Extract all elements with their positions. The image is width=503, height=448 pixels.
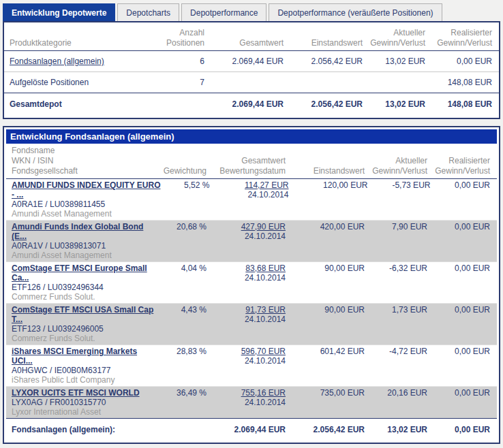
fund-current-pl: -6,32 EUR xyxy=(365,263,427,273)
summary-total: 2.069,44 EUR xyxy=(204,57,284,67)
fund-weight: 28,83 % xyxy=(157,347,207,356)
gesamtdepot-realized-pl: 148,08 EUR xyxy=(425,99,499,110)
fund-current-pl: 1,73 EUR xyxy=(365,305,427,315)
fund-name-link[interactable]: AMUNDI FUNDS INDEX EQUITY EURO xyxy=(12,180,160,190)
fund-company: Amundi Asset Management xyxy=(12,209,160,219)
funds-panel: Entwicklung Fondsanlagen (allgemein) Fon… xyxy=(3,126,500,444)
fund-weight: 4,43 % xyxy=(157,305,207,315)
fund-cost: 90,00 EUR xyxy=(286,263,365,273)
tab-bar: Entwicklung Depotwerte Depotcharts Depot… xyxy=(0,3,503,21)
summary-current-pl: 13,02 EUR xyxy=(363,57,425,67)
fund-value-link[interactable]: 91,73 EUR xyxy=(245,305,286,315)
fund-realized-pl: 0,00 EUR xyxy=(427,388,497,398)
tab-depotperformance-veraeusserte-positionen[interactable]: Depotperformance (veräußerte Positionen) xyxy=(269,3,442,21)
summary-positions: 7 xyxy=(155,78,204,88)
summary-row-aufgeloeste: Aufgelöste Positionen 7 148,08 EUR xyxy=(4,72,499,93)
fund-valuation-date: 24.10.2014 xyxy=(207,231,286,241)
tab-entwicklung-depotwerte[interactable]: Entwicklung Depotwerte xyxy=(3,3,115,21)
fund-row: iShares MSCI Emerging Markets UCI... A0H… xyxy=(6,345,497,386)
fondsanlagen-allgemein-link[interactable]: Fondsanlagen (allgemein) xyxy=(10,57,104,66)
fund-wkn-isin: LYX0AG / FR0010315770 xyxy=(12,398,157,407)
fund-cost: 601,42 EUR xyxy=(286,347,365,356)
fund-value-link[interactable]: 596,70 EUR xyxy=(241,347,286,356)
fund-wkn-isin: A0HGWC / IE00B0M63177 xyxy=(12,366,157,375)
funds-header-gesamtwert-bewertungsdatum: Gesamtwert Bewertungsdatum xyxy=(207,146,286,176)
funds-header-gewichtung: Gewichtung xyxy=(157,146,207,176)
fund-name-link-line2[interactable]: - ... xyxy=(12,190,160,199)
fund-wkn-isin: A0RA1E / LU0389811455 xyxy=(12,199,160,209)
fund-value-link[interactable]: 114,27 EUR xyxy=(245,180,288,190)
fund-wkn-isin: ETF123 / LU0392496005 xyxy=(12,324,157,334)
gesamtdepot-total: 2.069,44 EUR xyxy=(204,99,284,110)
fund-current-pl: 20,16 EUR xyxy=(365,388,427,398)
fund-name-link[interactable]: iShares MSCI Emerging Markets xyxy=(12,347,157,356)
funds-header-aktueller-gewinn-verlust: Aktueller Gewinn/Verlust xyxy=(365,146,427,176)
fund-name-link-line2[interactable]: T... xyxy=(12,315,157,324)
summary-realized-pl: 148,08 EUR xyxy=(425,78,499,88)
summary-panel: Produktkategorie Anzahl Positionen Gesam… xyxy=(3,21,500,119)
tab-depotcharts[interactable]: Depotcharts xyxy=(117,3,179,21)
funds-header-realisierter-gewinn-verlust: Realisierter Gewinn/Verlust xyxy=(427,146,497,176)
fund-name-link[interactable]: Amundi Funds Index Global Bond xyxy=(12,222,157,231)
fund-name-link[interactable]: LYXOR UCITS ETF MSCI WORLD xyxy=(12,388,157,398)
fund-value-link[interactable]: 427,90 EUR xyxy=(241,222,286,231)
summary-header-row: Produktkategorie Anzahl Positionen Gesam… xyxy=(4,25,499,51)
summary-category: Aufgelöste Positionen xyxy=(4,78,155,88)
fund-value-link[interactable]: 755,16 EUR xyxy=(241,388,286,398)
fund-company: Commerz Funds Solut. xyxy=(12,334,157,343)
fund-valuation-date: 24.10.2014 xyxy=(207,398,286,407)
fund-current-pl: 7,90 EUR xyxy=(365,222,427,231)
fund-company: Commerz Funds Solut. xyxy=(12,292,157,302)
summary-header-produktkategorie: Produktkategorie xyxy=(4,28,155,48)
fund-value-link[interactable]: 83,68 EUR xyxy=(245,263,286,273)
fund-realized-pl: 0,00 EUR xyxy=(427,263,497,273)
fund-valuation-date: 24.10.2014 xyxy=(207,315,286,324)
fund-realized-pl: 0,00 EUR xyxy=(427,305,497,315)
fund-weight: 20,68 % xyxy=(157,222,207,231)
funds-footer-current-pl: 13,02 EUR xyxy=(365,425,427,435)
fund-cost: 120,00 EUR xyxy=(288,180,367,190)
summary-header-gesamtwert: Gesamtwert xyxy=(204,28,284,48)
fund-wkn-isin: A0RA1V / LU0389813071 xyxy=(12,241,157,251)
fund-row: ComStage ETF MSCI Europe Small Ca... ETF… xyxy=(6,261,497,303)
fund-realized-pl: 0,00 EUR xyxy=(427,347,497,356)
fund-company: Amundi Asset Management xyxy=(12,251,157,260)
funds-header-fondsname: Fondsname WKN / ISIN Fondsgesellschaft xyxy=(6,146,157,176)
fund-name-link[interactable]: ComStage ETF MSCI USA Small Cap xyxy=(12,305,157,315)
fund-name-link-line2[interactable]: UCI... xyxy=(12,356,157,366)
summary-footer-gesamtdepot: Gesamtdepot 2.069,44 EUR 2.056,42 EUR 13… xyxy=(4,93,499,115)
summary-realized-pl: 0,00 EUR xyxy=(425,57,499,67)
summary-cost: 2.056,42 EUR xyxy=(284,57,363,67)
funds-footer-total: 2.069,44 EUR xyxy=(207,425,286,435)
fund-company: iShares Public Ldt Company xyxy=(12,375,157,385)
fund-current-pl: -5,73 EUR xyxy=(367,180,430,190)
fund-row: AMUNDI FUNDS INDEX EQUITY EURO - ... A0R… xyxy=(6,179,497,220)
fund-company: Lyxor International Asset xyxy=(12,407,157,417)
fund-weight: 4,04 % xyxy=(157,263,207,273)
fund-name-link-line2[interactable]: Ca... xyxy=(12,273,157,283)
funds-section-title: Entwicklung Fondsanlagen (allgemein) xyxy=(6,129,497,144)
gesamtdepot-current-pl: 13,02 EUR xyxy=(363,99,425,110)
gesamtdepot-cost: 2.056,42 EUR xyxy=(284,99,363,110)
summary-row-fondsanlagen: Fondsanlagen (allgemein) 6 2.069,44 EUR … xyxy=(4,51,499,72)
fund-row: Amundi Funds Index Global Bond (E... A0R… xyxy=(6,220,497,261)
fund-cost: 735,00 EUR xyxy=(286,388,365,398)
funds-table-body: AMUNDI FUNDS INDEX EQUITY EURO - ... A0R… xyxy=(6,179,497,418)
fund-name-link-line2[interactable]: (E... xyxy=(12,231,157,241)
tab-depotperformance[interactable]: Depotperformance xyxy=(181,3,266,21)
fund-current-pl: -4,72 EUR xyxy=(365,347,427,356)
page: Entwicklung Depotwerte Depotcharts Depot… xyxy=(0,0,503,448)
funds-header-row: Fondsname WKN / ISIN Fondsgesellschaft G… xyxy=(6,144,497,179)
summary-positions: 6 xyxy=(155,57,204,67)
summary-header-einstandswert: Einstandswert xyxy=(284,28,363,48)
fund-wkn-isin: ETF126 / LU0392496344 xyxy=(12,283,157,292)
summary-header-realisierter-gewinn-verlust: Realisierter Gewinn/Verlust xyxy=(425,28,499,48)
fund-realized-pl: 0,00 EUR xyxy=(430,180,497,190)
summary-header-aktueller-gewinn-verlust: Aktueller Gewinn/Verlust xyxy=(363,28,425,48)
fund-cost: 420,00 EUR xyxy=(286,222,365,231)
fund-weight: 5,52 % xyxy=(160,180,209,190)
funds-header-einstandswert: Einstandswert xyxy=(286,146,365,176)
fund-name-link[interactable]: ComStage ETF MSCI Europe Small xyxy=(12,263,157,273)
funds-footer-realized-pl: 0,00 EUR xyxy=(427,425,497,435)
fund-weight: 36,49 % xyxy=(157,388,207,398)
